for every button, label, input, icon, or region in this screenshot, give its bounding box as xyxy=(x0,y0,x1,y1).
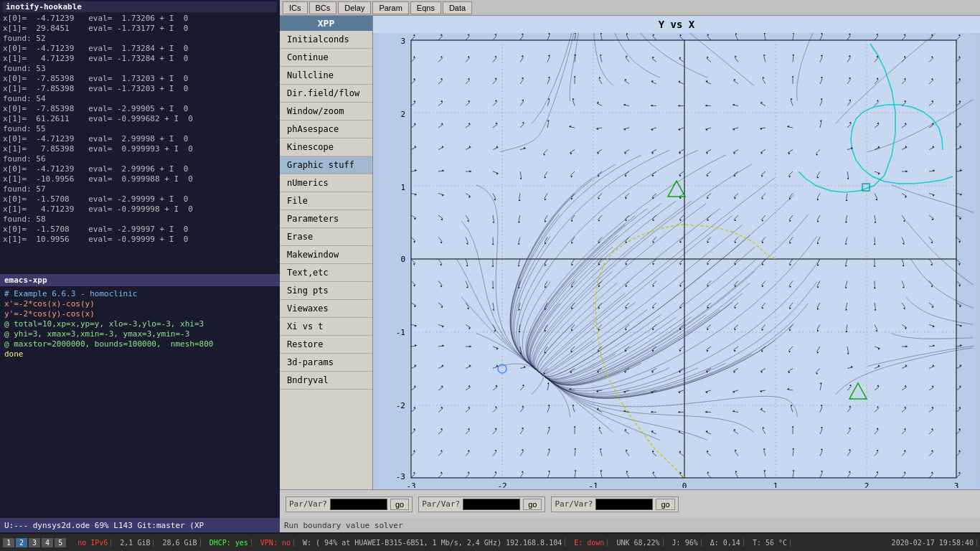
terminal-line: x[1]= 7.85398 eval= 0.999993 + I 0 xyxy=(3,144,277,154)
emacs-line: done xyxy=(4,349,275,359)
xpp-menu: XPP InitialcondsContinueNullclineDir.fie… xyxy=(280,16,373,489)
svg-text:3: 3 xyxy=(400,37,405,46)
param-label-1: Par/Var? xyxy=(289,499,327,509)
terminal-line: x[1]= 29.8451 eval= -1.73177 + I 0 xyxy=(3,24,277,34)
plot-status-bar: Run boundary value solver xyxy=(280,518,980,532)
sys-ipv6: no IPv6 xyxy=(75,539,111,547)
terminal-line: x[0]= -4.71239 eval= 2.99998 + I 0 xyxy=(3,134,277,144)
sys-j: J: 96% xyxy=(669,539,702,547)
workspace-4[interactable]: 4 xyxy=(42,538,53,547)
sys-clock: 2020-02-17 19:58:40 xyxy=(889,539,977,547)
emacs-line: # Example 6.6.3 - homoclinic xyxy=(4,289,275,299)
menu-item-numerics[interactable]: nUmerics xyxy=(280,174,372,192)
menu-item-xi-vs-t[interactable]: Xi vs t xyxy=(280,318,372,336)
svg-text:-2: -2 xyxy=(497,481,507,488)
terminal-content: x[0]= -4.71239 eval= 1.73206 + I 0x[1]= … xyxy=(3,14,277,245)
menu-item-graphic-stuff[interactable]: Graphic stuff xyxy=(280,156,372,174)
terminal-line: x[1]= -7.85398 eval= -1.73203 + I 0 xyxy=(3,84,277,94)
menu-item-erase[interactable]: Erase xyxy=(280,228,372,246)
svg-text:3: 3 xyxy=(954,481,959,488)
menu-item-kinescope[interactable]: Kinescope xyxy=(280,138,372,156)
svg-text:-2: -2 xyxy=(396,401,405,410)
menu-item-parameters[interactable]: Parameters xyxy=(280,210,372,228)
svg-text:-3: -3 xyxy=(396,472,405,481)
svg-text:1: 1 xyxy=(773,481,778,488)
menu-item-nullcline[interactable]: Nullcline xyxy=(280,67,372,85)
go-btn-2[interactable]: go xyxy=(523,499,542,510)
data-button[interactable]: Data xyxy=(443,1,472,14)
emacs-line: @ total=10,xp=x,yp=y, xlo=-3,ylo=-3, xhi… xyxy=(4,319,275,329)
terminal-line: x[1]= -10.9956 eval= 0.999988 + I 0 xyxy=(3,174,277,184)
terminal-line: x[1]= 4.71239 eval= -1.73284 + I 0 xyxy=(3,54,277,64)
param-label-3: Par/Var? xyxy=(555,499,593,509)
param-button[interactable]: Param xyxy=(372,1,408,14)
emacs-line: y'=-2*cos(y)-cos(x) xyxy=(4,309,275,319)
svg-text:0: 0 xyxy=(682,481,687,488)
menu-item-dir-field-flow[interactable]: Dir.field/flow xyxy=(280,85,372,103)
workspace-list: 1 2 3 4 5 xyxy=(3,538,66,547)
menu-item-text-etc[interactable]: Text,etc xyxy=(280,264,372,282)
menu-item-phasespace[interactable]: phAsespace xyxy=(280,121,372,138)
sys-temp: T: 56 °C xyxy=(750,539,791,547)
terminal-line: x[1]= 10.9956 eval= -0.99999 + I 0 xyxy=(3,235,277,245)
delay-button[interactable]: Delay xyxy=(338,1,371,14)
svg-text:-3: -3 xyxy=(406,481,415,488)
sys-ram: 2,1 GiB xyxy=(117,539,154,547)
sys-disk: 28,6 GiB xyxy=(159,539,200,547)
terminal-line: found: 55 xyxy=(3,124,277,134)
workspace-2[interactable]: 2 xyxy=(16,538,27,547)
svg-text:2: 2 xyxy=(864,481,870,488)
terminal-line: found: 56 xyxy=(3,154,277,164)
workspace-3[interactable]: 3 xyxy=(29,538,40,547)
menu-item-file[interactable]: File xyxy=(280,192,372,210)
workspace-5[interactable]: 5 xyxy=(55,538,66,547)
menu-item-sing-pts[interactable]: Sing pts xyxy=(280,282,372,300)
emacs-line: x'=-2*cos(x)-cos(y) xyxy=(4,299,275,309)
emacs-content: # Example 6.6.3 - homoclinicx'=-2*cos(x)… xyxy=(0,286,280,362)
terminal-line: found: 54 xyxy=(3,94,277,104)
status-text: Run boundary value solver xyxy=(284,521,403,530)
svg-text:0: 0 xyxy=(400,255,405,264)
bcs-button[interactable]: BCs xyxy=(309,1,337,14)
svg-text:2: 2 xyxy=(400,110,405,119)
param-group-3: Par/Var? go xyxy=(551,496,678,512)
ics-button[interactable]: ICs xyxy=(283,1,308,14)
sys-eth: E: down xyxy=(571,539,608,547)
emacs-title: emacs-xpp xyxy=(0,274,280,286)
menu-item-viewaxes[interactable]: Viewaxes xyxy=(280,300,372,318)
menu-items-container: InitialcondsContinueNullclineDir.field/f… xyxy=(280,31,372,390)
eqns-button[interactable]: Eqns xyxy=(410,1,441,14)
terminal-line: found: 57 xyxy=(3,184,277,194)
emacs-line: @ maxstor=2000000, bounds=100000, nmesh=… xyxy=(4,339,275,349)
sys-vpn: VPN: no xyxy=(258,539,294,547)
emacs-line: @ yhi=3, xmax=3,xmin=-3, ymax=3,ymin=-3 xyxy=(4,329,275,339)
terminal-title: inotify-hookable xyxy=(3,1,277,12)
menu-item-bndryval[interactable]: Bndryval xyxy=(280,372,372,390)
emacs-panel: emacs-xpp # Example 6.6.3 - homoclinicx'… xyxy=(0,274,280,518)
param-group-2: Par/Var? go xyxy=(418,496,545,512)
plot-svg: 3 2 1 0 -1 -2 -3 -3 -2 -1 0 1 2 3 xyxy=(373,33,980,488)
param-input-3[interactable] xyxy=(595,499,653,510)
menu-item-continue[interactable]: Continue xyxy=(280,49,372,67)
go-btn-3[interactable]: go xyxy=(656,499,674,510)
menu-item-window-zoom[interactable]: Window/zoom xyxy=(280,103,372,121)
menu-item-3d-params[interactable]: 3d-params xyxy=(280,354,372,372)
param-input-2[interactable] xyxy=(463,499,520,510)
terminal-line: x[1]= 4.71239 eval= -0.999998 + I 0 xyxy=(3,204,277,215)
terminal-line: x[0]= -4.71239 eval= 1.73206 + I 0 xyxy=(3,14,277,24)
svg-text:-1: -1 xyxy=(588,481,598,488)
terminal-line: x[0]= -1.5708 eval= -2.99997 + I 0 xyxy=(3,225,277,235)
terminal-line: x[0]= -7.85398 eval= 1.73203 + I 0 xyxy=(3,74,277,84)
svg-text:1: 1 xyxy=(400,183,405,192)
workspace-1[interactable]: 1 xyxy=(3,538,14,547)
param-group-1: Par/Var? go xyxy=(286,496,413,512)
go-btn-1[interactable]: go xyxy=(390,499,409,510)
bottom-controls: Par/Var? go Par/Var? go Par/Var? go xyxy=(280,489,980,518)
menu-item-initialconds[interactable]: Initialconds xyxy=(280,31,372,49)
terminal-line: found: 53 xyxy=(3,64,277,74)
param-input-1[interactable] xyxy=(330,499,387,510)
terminal-line: found: 58 xyxy=(3,215,277,225)
menu-item-restore[interactable]: Restore xyxy=(280,336,372,354)
terminal-line: x[0]= -4.71239 eval= 1.73284 + I 0 xyxy=(3,44,277,54)
menu-item-makewindow[interactable]: Makewindow xyxy=(280,246,372,264)
